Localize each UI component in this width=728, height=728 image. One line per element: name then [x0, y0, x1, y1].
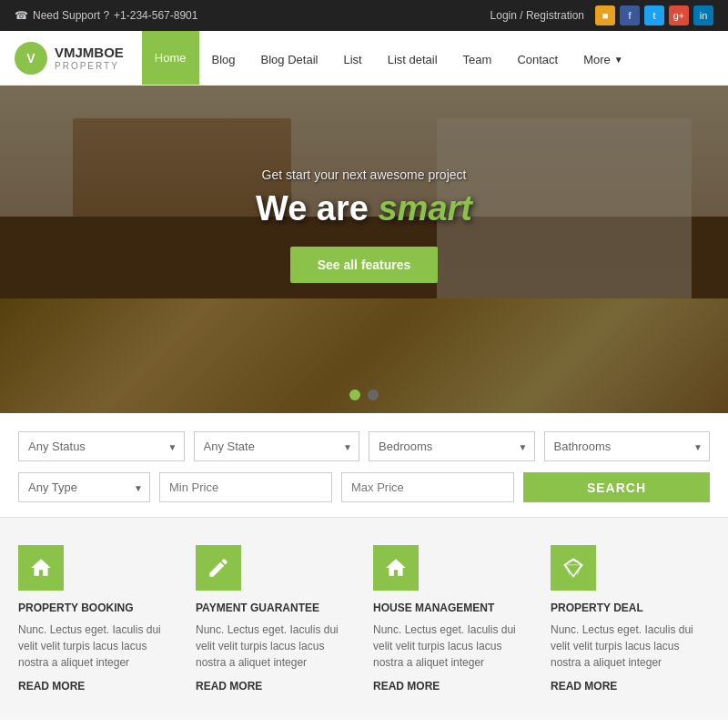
- hero-title-plain: We are: [256, 189, 378, 228]
- nav-item-contact[interactable]: Contact: [504, 31, 571, 85]
- hero-content: Get start your next awesome project We a…: [0, 86, 728, 283]
- nav-links: Home Blog Blog Detail List List detail T…: [142, 31, 636, 85]
- support-label: Need Support ?: [33, 9, 109, 22]
- hero-dots: [349, 389, 379, 400]
- property-booking-icon-box: [18, 545, 64, 591]
- features-section: PROPERTY BOOKING Nunc. Lectus eget. Iacu…: [0, 518, 728, 720]
- type-select[interactable]: Any Type: [18, 472, 150, 502]
- feature-desc-payment: Nunc. Lectus eget. Iaculis dui velit vel…: [196, 622, 355, 671]
- hero-dot-1[interactable]: [349, 389, 360, 400]
- phone-icon: ☎: [15, 9, 28, 22]
- search-row-2: Any Type ▼ SEARCH: [18, 472, 710, 517]
- bathrooms-select-wrapper: Bathrooms ▼: [544, 431, 711, 461]
- status-select[interactable]: Any Status: [18, 431, 185, 461]
- nav-item-list[interactable]: List: [330, 31, 374, 85]
- feature-title-deal: PROPERTY DEAL: [551, 602, 710, 614]
- hero-subtitle: Get start your next awesome project: [0, 167, 728, 182]
- status-select-wrapper: Any Status ▼: [18, 431, 185, 461]
- nav-item-blog-detail[interactable]: Blog Detail: [248, 31, 331, 85]
- min-price-input[interactable]: [159, 472, 332, 502]
- feature-desc-booking: Nunc. Lectus eget. Iaculis dui velit vel…: [18, 622, 177, 671]
- nav-item-team[interactable]: Team: [450, 31, 505, 85]
- logo-sub: PROPERTY: [55, 61, 124, 72]
- state-select[interactable]: Any State: [194, 431, 360, 461]
- top-bar: ☎ Need Support ? +1-234-567-8901 Login /…: [0, 0, 728, 31]
- bedrooms-select[interactable]: Bedrooms: [369, 431, 535, 461]
- house-management-icon-box: [373, 545, 419, 591]
- house-icon: [384, 556, 408, 580]
- logo-text: VMJMBOE PROPERTY: [55, 45, 124, 72]
- more-arrow-icon: ▼: [614, 55, 623, 65]
- home-icon: [29, 556, 53, 580]
- logo-brand: VMJMBOE: [55, 45, 124, 61]
- bedrooms-select-wrapper: Bedrooms ▼: [369, 431, 535, 461]
- feature-property-deal: PROPERTY DEAL Nunc. Lectus eget. Iaculis…: [551, 545, 710, 693]
- hero-section: Get start your next awesome project We a…: [0, 86, 728, 413]
- read-more-management[interactable]: READ MORE: [373, 680, 532, 693]
- features-grid: PROPERTY BOOKING Nunc. Lectus eget. Iacu…: [18, 545, 710, 693]
- nav-item-blog[interactable]: Blog: [199, 31, 248, 85]
- top-bar-right: Login / Registration ■ f t g+ in: [490, 5, 713, 25]
- feature-desc-management: Nunc. Lectus eget. Iaculis dui velit vel…: [373, 622, 532, 671]
- hero-dot-2[interactable]: [368, 389, 379, 400]
- read-more-deal[interactable]: READ MORE: [551, 680, 710, 693]
- bathrooms-select[interactable]: Bathrooms: [544, 431, 711, 461]
- max-price-input[interactable]: [341, 472, 514, 502]
- logo-icon: V: [15, 42, 47, 75]
- feature-desc-deal: Nunc. Lectus eget. Iaculis dui velit vel…: [551, 622, 710, 671]
- feature-title-booking: PROPERTY BOOKING: [18, 602, 177, 614]
- hero-cta-button[interactable]: See all features: [290, 247, 439, 283]
- read-more-booking[interactable]: READ MORE: [18, 680, 177, 693]
- pencil-icon: [207, 556, 230, 580]
- nav-item-home[interactable]: Home: [142, 31, 199, 85]
- payment-guarantee-icon-box: [196, 545, 241, 591]
- googleplus-icon[interactable]: g+: [669, 5, 689, 25]
- search-row-1: Any Status ▼ Any State ▼ Bedrooms ▼ Bath…: [18, 431, 710, 461]
- twitter-icon[interactable]: t: [644, 5, 664, 25]
- search-button[interactable]: SEARCH: [523, 472, 710, 502]
- diamond-icon: [561, 556, 585, 580]
- nav-item-list-detail[interactable]: List detail: [375, 31, 450, 85]
- social-icons: ■ f t g+ in: [595, 5, 713, 25]
- linkedin-icon[interactable]: in: [693, 5, 713, 25]
- feature-property-booking: PROPERTY BOOKING Nunc. Lectus eget. Iacu…: [18, 545, 177, 693]
- navbar: V VMJMBOE PROPERTY Home Blog Blog Detail…: [0, 31, 728, 86]
- state-select-wrapper: Any State ▼: [194, 431, 360, 461]
- phone-number: +1-234-567-8901: [114, 9, 197, 22]
- nav-item-more[interactable]: More ▼: [571, 31, 636, 85]
- feature-title-management: HOUSE MANAGEMENT: [373, 602, 532, 614]
- logo: V VMJMBOE PROPERTY: [15, 42, 124, 75]
- hero-title: We are smart: [0, 189, 728, 228]
- facebook-icon[interactable]: f: [620, 5, 640, 25]
- search-section: Any Status ▼ Any State ▼ Bedrooms ▼ Bath…: [0, 413, 728, 518]
- login-link[interactable]: Login / Registration: [490, 9, 584, 22]
- feature-house-management: HOUSE MANAGEMENT Nunc. Lectus eget. Iacu…: [373, 545, 532, 693]
- type-select-wrapper: Any Type ▼: [18, 472, 150, 502]
- feature-title-payment: PAYMENT GUARANTEE: [196, 602, 355, 614]
- top-bar-left: ☎ Need Support ? +1-234-567-8901: [15, 9, 197, 22]
- feature-payment-guarantee: PAYMENT GUARANTEE Nunc. Lectus eget. Iac…: [196, 545, 355, 693]
- recent-section: RECENT PROPERTIES View All Properties: [0, 720, 728, 728]
- rss-icon[interactable]: ■: [595, 5, 615, 25]
- read-more-payment[interactable]: READ MORE: [196, 680, 355, 693]
- property-deal-icon-box: [551, 545, 596, 591]
- hero-title-green: smart: [378, 189, 472, 228]
